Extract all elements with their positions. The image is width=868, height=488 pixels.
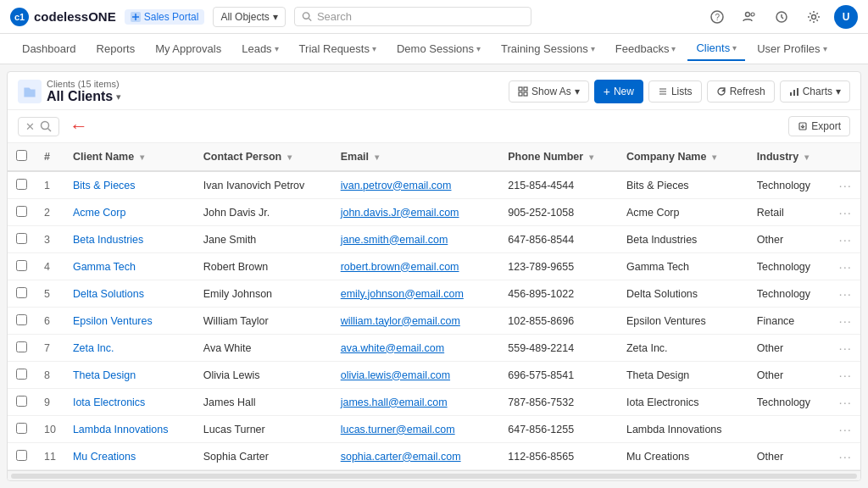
row-checkbox-cell[interactable] [8,362,36,389]
row-checkbox[interactable] [16,179,27,190]
row-more-button[interactable]: ··· [838,422,852,436]
refresh-button[interactable]: Refresh [707,80,775,103]
row-more-button-cell[interactable]: ··· [830,362,860,389]
global-search-box[interactable] [294,7,531,26]
settings-icon[interactable] [802,5,826,29]
row-more-button[interactable]: ··· [838,395,852,409]
all-objects-button[interactable]: All Objects ▾ [213,7,285,27]
col-phone[interactable]: Phone Number ▾ [499,143,618,171]
row-client-name[interactable]: Bits & Pieces [64,171,195,199]
row-checkbox-cell[interactable] [8,226,36,253]
export-button[interactable]: Export [788,116,850,136]
row-more-button-cell[interactable]: ··· [830,280,860,308]
users-icon[interactable] [737,5,761,29]
nav-item-feedbacks[interactable]: Feedbacks ▾ [607,37,685,60]
nav-item-user-profiles[interactable]: User Profiles ▾ [748,37,835,60]
row-more-button-cell[interactable]: ··· [830,253,860,280]
row-email[interactable]: emily.johnson@email.com [332,280,500,308]
row-client-name[interactable]: Beta Industries [64,226,195,253]
show-as-button[interactable]: Show As ▾ [509,80,589,103]
row-client-name[interactable]: Theta Design [64,362,195,389]
col-contact-person[interactable]: Contact Person ▾ [195,143,332,171]
nav-item-leads[interactable]: Leads ▾ [233,37,287,60]
row-client-name[interactable]: Acme Corp [64,199,195,226]
client-table-wrap[interactable]: # Client Name ▾ Contact Person ▾ Email ▾… [8,143,860,470]
row-email[interactable]: ava.white@email.com [332,335,500,362]
row-checkbox-cell[interactable] [8,335,36,362]
row-email[interactable]: ivan.petrov@email.com [332,171,500,199]
row-email[interactable]: james.hall@email.com [332,389,500,416]
horizontal-scrollbar[interactable] [8,470,860,480]
row-more-button[interactable]: ··· [838,449,852,463]
table-search-box[interactable]: ✕ [18,117,59,136]
row-more-button[interactable]: ··· [838,232,852,247]
row-checkbox[interactable] [16,287,27,298]
lists-button[interactable]: Lists [648,80,702,103]
nav-item-training[interactable]: Training Sessions ▾ [492,37,604,60]
history-icon[interactable] [770,5,793,29]
row-more-button-cell[interactable]: ··· [830,416,860,443]
select-all-checkbox[interactable] [16,150,27,161]
row-more-button-cell[interactable]: ··· [830,199,860,226]
row-email[interactable]: lucas.turner@email.com [332,416,500,443]
row-checkbox[interactable] [16,233,27,244]
nav-item-clients[interactable]: Clients ▾ [687,36,745,61]
row-email[interactable]: john.davis.Jr@email.com [332,199,500,226]
row-checkbox-cell[interactable] [8,253,36,280]
row-checkbox-cell[interactable] [8,171,36,199]
row-more-button-cell[interactable]: ··· [830,335,860,362]
select-all-checkbox-col[interactable] [8,143,36,171]
row-checkbox[interactable] [16,341,27,352]
row-email[interactable]: jane.smith@email.com [332,226,500,253]
col-email[interactable]: Email ▾ [332,143,500,171]
col-industry[interactable]: Industry ▾ [748,143,831,171]
row-checkbox[interactable] [16,260,27,271]
help-icon[interactable]: ? [705,5,729,29]
scrollbar-track[interactable] [11,474,857,479]
row-checkbox-cell[interactable] [8,389,36,416]
row-more-button[interactable]: ··· [838,313,852,328]
col-client-name[interactable]: Client Name ▾ [64,143,195,171]
row-email[interactable]: olivia.lewis@email.com [332,362,500,389]
row-client-name[interactable]: Mu Creations [64,443,195,470]
col-company[interactable]: Company Name ▾ [618,143,748,171]
row-checkbox-cell[interactable] [8,308,36,335]
row-more-button-cell[interactable]: ··· [830,171,860,199]
row-checkbox-cell[interactable] [8,199,36,226]
row-more-button[interactable]: ··· [838,205,852,219]
nav-item-demo[interactable]: Demo Sessions ▾ [388,37,489,60]
row-client-name[interactable]: Gamma Tech [64,253,195,280]
row-more-button[interactable]: ··· [838,178,852,192]
row-more-button[interactable]: ··· [838,368,852,382]
nav-item-dashboard[interactable]: Dashboard [14,37,85,60]
row-client-name[interactable]: Epsilon Ventures [64,308,195,335]
row-more-button[interactable]: ··· [838,341,852,355]
row-checkbox-cell[interactable] [8,416,36,443]
nav-item-trial[interactable]: Trial Requests ▾ [291,37,385,60]
row-checkbox[interactable] [16,450,27,461]
row-client-name[interactable]: Iota Electronics [64,389,195,416]
row-email[interactable]: william.taylor@email.com [332,308,500,335]
row-checkbox-cell[interactable] [8,280,36,308]
title-chevron-icon[interactable]: ▾ [116,92,121,103]
nav-item-approvals[interactable]: My Approvals [147,37,230,60]
row-client-name[interactable]: Lambda Innovations [64,416,195,443]
clear-search-button[interactable]: ✕ [25,120,35,133]
row-more-button-cell[interactable]: ··· [830,443,860,470]
user-avatar[interactable]: U [834,5,858,29]
row-more-button-cell[interactable]: ··· [830,389,860,416]
row-client-name[interactable]: Zeta Inc. [64,335,195,362]
nav-item-reports[interactable]: Reports [88,37,144,60]
row-checkbox[interactable] [16,369,27,380]
row-checkbox[interactable] [16,423,27,434]
row-more-button-cell[interactable]: ··· [830,308,860,335]
row-client-name[interactable]: Delta Solutions [64,280,195,308]
row-more-button[interactable]: ··· [838,286,852,301]
row-checkbox[interactable] [16,206,27,217]
new-button[interactable]: + New [594,80,643,103]
row-email[interactable]: sophia.carter@email.com [332,443,500,470]
row-checkbox[interactable] [16,396,27,407]
portal-badge[interactable]: Sales Portal [125,9,205,25]
row-more-button[interactable]: ··· [838,259,852,274]
row-email[interactable]: robert.brown@email.com [332,253,500,280]
